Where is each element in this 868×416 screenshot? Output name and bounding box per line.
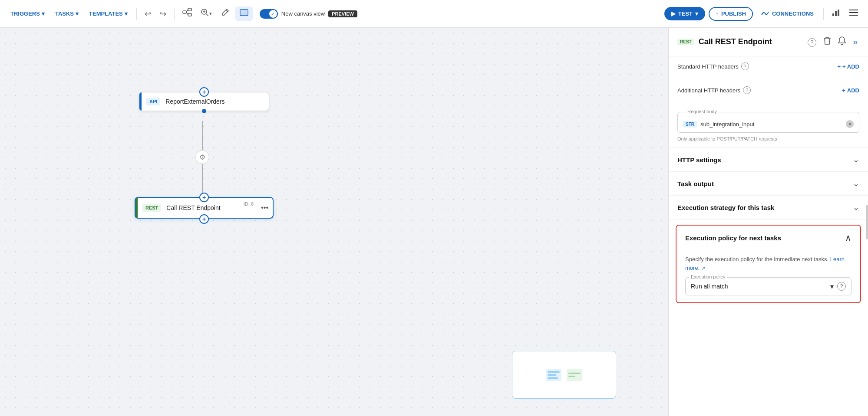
test-chevron: ▾ bbox=[695, 10, 698, 17]
canvas-view-icon bbox=[240, 9, 248, 18]
request-body-box: Request body STR sub_integration_input ✕ bbox=[677, 112, 859, 133]
delete-button[interactable] bbox=[822, 35, 833, 49]
rest-node[interactable]: + REST Call REST Endpoint ID: 6 ••• + bbox=[135, 197, 274, 219]
mini-lines bbox=[548, 371, 560, 379]
pen-button[interactable] bbox=[218, 6, 232, 22]
rest-node-menu[interactable]: ••• bbox=[261, 204, 268, 212]
execution-strategy-chevron: ⌄ bbox=[853, 203, 859, 212]
standard-http-add-button[interactable]: + + ADD bbox=[838, 63, 859, 70]
rest-node-left-bar bbox=[135, 198, 138, 218]
publish-icon: ↑ bbox=[716, 10, 719, 17]
gear-icon: ⚙ bbox=[199, 153, 205, 161]
svg-rect-14 bbox=[838, 10, 839, 16]
str-badge: STR bbox=[683, 121, 697, 128]
top-navigation: TRIGGERS ▾ TASKS ▾ TEMPLATES ▾ ↩ ↪ bbox=[0, 0, 868, 28]
plus-icon-2: + bbox=[842, 87, 845, 94]
hamburger-button[interactable] bbox=[846, 7, 861, 21]
additional-http-label-text: Additional HTTP headers bbox=[677, 87, 740, 94]
chart-button[interactable] bbox=[829, 6, 843, 22]
task-output-section[interactable]: Task output ⌄ bbox=[669, 172, 868, 196]
canvas-view-button[interactable] bbox=[235, 7, 253, 21]
canvas-toggle-container: New canvas view PREVIEW bbox=[260, 9, 357, 19]
diagram-button[interactable] bbox=[180, 5, 195, 22]
panel-rest-badge: REST bbox=[677, 39, 694, 45]
rest-badge: REST bbox=[142, 204, 161, 212]
canvas-toggle-switch[interactable] bbox=[260, 9, 278, 19]
publish-button[interactable]: ↑ PUBLISH bbox=[709, 7, 753, 21]
additional-http-headers-section: Additional HTTP headers ? + ADD bbox=[669, 80, 868, 104]
help-icon: ? bbox=[808, 38, 816, 47]
triggers-menu[interactable]: TRIGGERS ▾ bbox=[7, 8, 48, 20]
gear-connector[interactable]: ⚙ bbox=[195, 150, 209, 164]
right-panel: REST Call REST Endpoint ? bbox=[668, 28, 868, 416]
templates-chevron: ▾ bbox=[125, 10, 128, 17]
mini-line-5 bbox=[568, 376, 575, 377]
redo-button[interactable]: ↪ bbox=[157, 7, 169, 21]
zoom-button[interactable]: ▾ bbox=[198, 6, 215, 22]
remove-body-value-button[interactable]: ✕ bbox=[846, 120, 854, 128]
panel-title: Call REST Endpoint bbox=[699, 37, 802, 46]
plus-icon-top: + bbox=[202, 88, 206, 95]
execution-policy-help-icon[interactable]: ? bbox=[837, 282, 846, 291]
standard-http-headers-section: Standard HTTP headers ? + + ADD bbox=[669, 56, 868, 80]
svg-rect-13 bbox=[835, 11, 837, 16]
standard-http-help-icon[interactable]: ? bbox=[741, 62, 749, 70]
bell-icon bbox=[838, 38, 846, 47]
execution-policy-title: Execution policy for next tasks bbox=[685, 234, 781, 242]
hamburger-icon bbox=[849, 9, 858, 18]
http-settings-section[interactable]: HTTP settings ⌄ bbox=[669, 148, 868, 172]
api-node[interactable]: + API ReportExternalOrders bbox=[139, 92, 269, 111]
diagram-icon bbox=[182, 8, 192, 20]
api-node-dot bbox=[202, 109, 206, 113]
execution-policy-header[interactable]: Execution policy for next tasks ∧ bbox=[677, 226, 860, 250]
execution-policy-dropdown-arrow[interactable]: ▾ bbox=[830, 282, 834, 291]
svg-line-9 bbox=[226, 10, 228, 12]
canvas-area[interactable]: + API ReportExternalOrders ⚙ + REST Call… bbox=[0, 28, 668, 416]
request-body-value-row: STR sub_integration_input ✕ bbox=[683, 120, 854, 128]
execution-policy-actions: ▾ ? bbox=[830, 282, 846, 291]
plus-icon-rest-top: + bbox=[202, 194, 206, 201]
main-layout: + API ReportExternalOrders ⚙ + REST Call… bbox=[0, 28, 868, 416]
mini-icon-lines bbox=[546, 369, 561, 381]
additional-http-add-button[interactable]: + ADD bbox=[842, 87, 859, 94]
nav-divider-1 bbox=[136, 8, 137, 20]
pen-icon bbox=[221, 8, 229, 19]
execution-policy-highlighted-section: Execution policy for next tasks ∧ Specif… bbox=[676, 225, 861, 303]
additional-http-label: Additional HTTP headers ? bbox=[677, 86, 751, 94]
templates-menu[interactable]: TEMPLATES ▾ bbox=[86, 8, 131, 20]
connections-button[interactable]: CONNECTIONS bbox=[756, 7, 818, 21]
zoom-chevron: ▾ bbox=[209, 11, 212, 16]
tasks-menu[interactable]: TASKS ▾ bbox=[52, 8, 82, 20]
additional-http-help-icon[interactable]: ? bbox=[743, 86, 751, 94]
undo-button[interactable]: ↩ bbox=[142, 7, 154, 21]
svg-rect-0 bbox=[183, 11, 186, 13]
panel-actions: ? bbox=[806, 35, 859, 49]
undo-icon: ↩ bbox=[145, 9, 151, 19]
execution-policy-desc: Specify the execution policy for the imm… bbox=[685, 255, 851, 272]
spacer bbox=[683, 117, 854, 120]
exec-policy-desc-text: Specify the execution policy for the imm… bbox=[685, 256, 828, 262]
test-button[interactable]: ▶ TEST ▾ bbox=[664, 7, 705, 20]
api-node-plus-top[interactable]: + bbox=[199, 87, 209, 97]
add-label-2: ADD bbox=[847, 87, 859, 94]
connections-wave-icon bbox=[761, 9, 769, 18]
bell-button[interactable] bbox=[836, 35, 848, 49]
api-badge: API bbox=[146, 98, 160, 105]
plus-icon-rest-bottom: + bbox=[202, 216, 206, 223]
redo-icon: ↪ bbox=[160, 9, 166, 19]
panel-scrollbar[interactable] bbox=[866, 205, 868, 239]
request-body-value-text: sub_integration_input bbox=[700, 121, 842, 128]
task-output-title: Task output bbox=[677, 180, 714, 187]
execution-strategy-section[interactable]: Execution strategy for this task ⌄ bbox=[669, 196, 868, 219]
rest-node-plus-top[interactable]: + bbox=[199, 193, 209, 202]
rest-node-plus-bottom[interactable]: + bbox=[199, 214, 209, 224]
svg-line-3 bbox=[186, 10, 188, 12]
standard-http-label: Standard HTTP headers ? bbox=[677, 62, 749, 70]
rest-node-title: Call REST Endpoint bbox=[166, 204, 220, 211]
mini-line-2 bbox=[548, 374, 556, 376]
execution-policy-value: Run all match bbox=[691, 283, 728, 290]
expand-panel-button[interactable]: » bbox=[851, 35, 859, 49]
panel-header: REST Call REST Endpoint ? bbox=[669, 28, 868, 56]
http-settings-title: HTTP settings bbox=[677, 156, 721, 164]
help-button[interactable]: ? bbox=[806, 36, 818, 49]
